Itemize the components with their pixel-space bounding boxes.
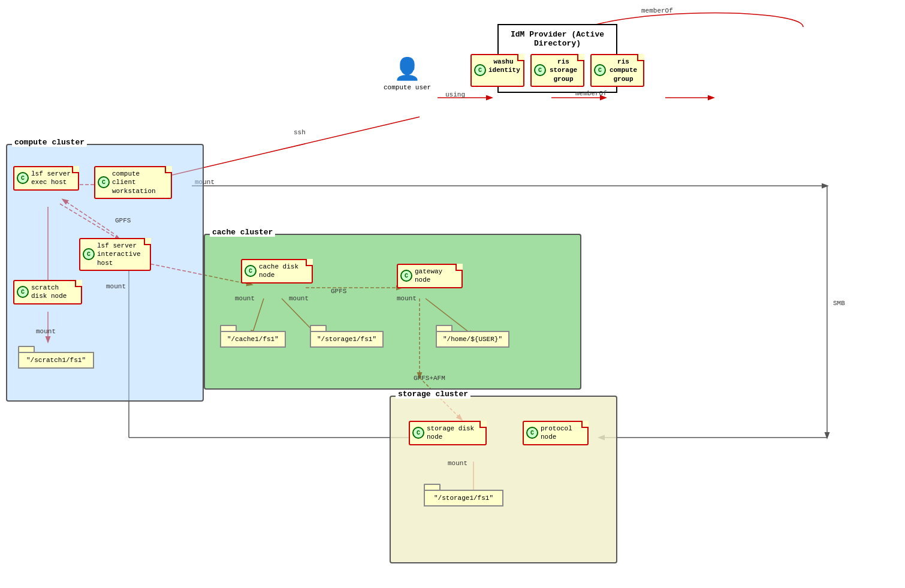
gpfs-afm-label: GPFS+AFM (414, 375, 445, 382)
protocol-label: protocol node (541, 425, 572, 441)
mount5-label: mount (289, 295, 309, 302)
gateway-icon: C (400, 270, 412, 282)
cache-disk-node: C cache disk node (241, 259, 313, 284)
washu-identity-node: C washu identity (470, 54, 524, 87)
gateway-label: gateway node (415, 268, 442, 284)
storage1-fs2-folder: "/storage1/fs1" (424, 490, 503, 506)
storage-cluster-label: storage cluster (396, 390, 470, 399)
ris-storage-label: ris storage group (550, 58, 577, 83)
mount2-label: mount (106, 283, 126, 290)
compute-client-icon: C (98, 176, 110, 188)
lsf-exec-node: C lsf serverexec host (13, 166, 79, 191)
smb-label: SMB (833, 300, 845, 307)
scratch-disk-icon: C (17, 286, 29, 298)
washu-identity-label: washu identity (488, 58, 520, 74)
cache-disk-label: cache disk node (259, 263, 298, 279)
memberof1-label: memberOf (575, 90, 607, 97)
component-icon3: C (594, 64, 606, 76)
storage1-fs-folder: "/storage1/fs1" (310, 331, 384, 348)
compute-user: 👤 compute user (384, 60, 431, 91)
lsf-interactive-label: lsf serverinteractive host (97, 242, 141, 267)
compute-client-node: C compute clientworkstation (94, 166, 172, 199)
compute-client-label: compute clientworkstation (112, 170, 156, 195)
storage-disk-node: C storage disk node (409, 421, 487, 445)
compute-user-label: compute user (384, 84, 431, 91)
main-diagram: IdM Provider (Active Directory) C washu … (0, 0, 905, 588)
lsf-exec-icon: C (17, 172, 29, 184)
ris-compute-group-node: C ris compute group (590, 54, 644, 87)
scratch-disk-node: C scratch disk node (13, 280, 82, 304)
component-icon: C (474, 64, 486, 76)
lsf-exec-label: lsf serverexec host (31, 170, 71, 186)
lsf-interactive-icon: C (83, 248, 95, 260)
compute-cluster-box: compute cluster C lsf serverexec host C … (6, 144, 204, 402)
memberof-top-label: memberOf (641, 7, 673, 14)
cache-cluster-label: cache cluster (210, 228, 275, 237)
lsf-interactive-node: C lsf serverinteractive host (79, 238, 151, 271)
cache-disk-icon: C (245, 265, 257, 277)
storage1-fs2-label: "/storage1/fs1" (424, 490, 503, 506)
scratch-fs-label: "/scratch1/fs1" (18, 352, 94, 369)
ris-compute-label: ris compute group (610, 58, 637, 83)
idm-provider-box: IdM Provider (Active Directory) C washu … (497, 24, 617, 93)
component-icon2: C (534, 64, 546, 76)
protocol-icon: C (526, 427, 538, 439)
gateway-node: C gateway node (397, 264, 463, 288)
cache-cluster-box: cache cluster C cache disk node mount mo… (204, 234, 581, 390)
storage1-fs-label: "/storage1/fs1" (310, 331, 384, 348)
mount3-label: mount (36, 328, 56, 335)
mount-storage-label: mount (448, 460, 467, 467)
storage-disk-label: storage disk node (427, 425, 474, 441)
cache-fs-label: "/cache1/fs1" (220, 331, 286, 348)
using-label: using (445, 91, 465, 98)
mount4-label: mount (235, 295, 255, 302)
scratch-disk-label: scratch disk node (31, 284, 67, 300)
home-fs-label: "/home/${USER}" (436, 331, 509, 348)
gpfs3-label: GPFS (331, 288, 346, 295)
idm-title: IdM Provider (Active Directory) (503, 30, 611, 48)
cache-fs-folder: "/cache1/fs1" (220, 331, 286, 348)
storage-disk-icon: C (412, 427, 424, 439)
ssh-label: ssh (294, 129, 306, 136)
ris-storage-group-node: C ris storage group (530, 54, 584, 87)
protocol-node: C protocol node (523, 421, 589, 445)
person-figure: 👤 (384, 60, 431, 82)
home-fs-folder: "/home/${USER}" (436, 331, 509, 348)
gpfs1-label: GPFS (115, 217, 131, 224)
mount6-label: mount (397, 295, 417, 302)
storage-cluster-box: storage cluster C storage disk node C pr… (390, 396, 617, 563)
scratch-fs-folder: "/scratch1/fs1" (18, 352, 94, 369)
compute-cluster-label: compute cluster (12, 138, 87, 147)
